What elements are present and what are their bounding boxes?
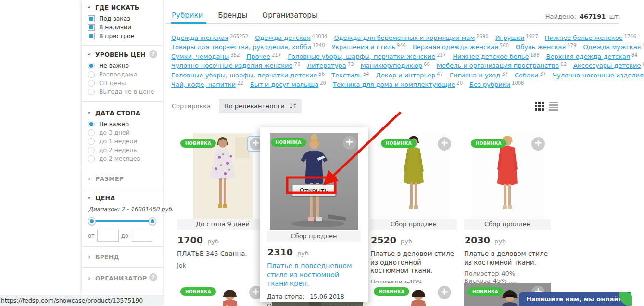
help-icon[interactable]: ? [149,273,157,281]
radio-option[interactable]: Не важно [88,120,156,128]
help-icon[interactable]: ? [149,50,157,58]
filter-section-organizer: › ОРГАНИЗАТОР ? [82,268,163,289]
radio-option[interactable]: Не важно [88,62,156,70]
category-link[interactable]: Чай, кофе, напитки22 [171,81,243,88]
filter-section-header[interactable]: › ДАТА СТОПА [88,108,156,117]
chat-widget[interactable]: Напишите нам, мы онлайн! [519,292,631,306]
category-link[interactable]: Без рубрики1008 [469,81,524,88]
category-link[interactable]: Одежда мужская462 [583,43,644,51]
category-label: Одежда детская [255,34,310,41]
category-label: Одежда мужская [583,43,641,51]
add-to-cart-button[interactable]: + [343,136,356,150]
category-link[interactable]: Сумки, чемоданы352 [171,53,240,60]
category-label: Мебель и организация пространства [437,62,559,69]
add-to-cart-button[interactable]: + [438,137,451,151]
radio-icon [88,89,95,95]
category-link[interactable]: Аксессуары детские62 [573,62,644,69]
slider-handle-min[interactable] [88,217,96,225]
product-photo: НОВИНКА + [177,133,268,219]
product-name[interactable]: Платье в деловом стиле из однотонной кос… [370,250,457,275]
sort-select[interactable]: По релевантности ↓↑ [219,99,302,113]
slider-handle-max[interactable] [149,217,156,225]
product-name[interactable]: Платье в деловом стиле из костюмной ткан… [464,250,551,267]
filter-section-header[interactable]: › ГДЕ ИСКАТЬ [88,2,156,12]
category-link[interactable]: Украшения и стиль946 [331,43,406,51]
organizer-value[interactable]: платоша777 [316,302,355,306]
list-view-icon[interactable] [549,102,558,111]
category-link[interactable]: Одежда детская43034 [255,34,327,41]
category-link[interactable]: Игрушки1927 [495,34,538,41]
product-card-partial[interactable]: НОВИНКА+ [370,283,457,306]
category-link[interactable]: Собаки37 [515,72,546,79]
category-link[interactable]: Верхняя одежда детская84 [546,53,638,60]
product-name[interactable]: ПЛАТЬЕ 345 Сванна. [177,250,268,258]
radio-option[interactable]: Распродажа [88,70,156,79]
filter-section-header[interactable]: › БРЕНД [88,252,156,262]
open-product-button[interactable]: Открыть [292,184,336,196]
category-count: 352 [230,52,240,58]
filter-section-header[interactable]: › РАЗМЕР [88,174,156,183]
add-to-cart-button[interactable]: + [438,286,451,299]
product-name-link[interactable]: Платье в повседневном стиле из костюмной… [267,261,361,288]
category-link[interactable]: Головные уборы, шарфы, перчатки женские2… [288,53,446,60]
category-link[interactable]: Одежда женская265252 [171,34,248,41]
category-label: Верхняя одежда детская [546,53,630,60]
radio-option[interactable]: Выгода не в цене [88,88,156,96]
category-link[interactable]: Чулочно-носочные изделия женские76 [171,62,300,69]
category-link[interactable]: Товары для творчества, рукоделия, хобби1… [171,43,325,51]
checkbox-option[interactable]: В наличии [88,23,156,32]
filter-section-header[interactable]: › ОРГАНИЗАТОР [88,273,156,283]
results-count: Найдено: 467191 шт. [545,13,620,20]
tab-brands[interactable]: Бренды [218,11,247,20]
product-card-partial[interactable]: НОВИНКА+ [177,283,268,306]
category-row: Чулочно-носочные изделия женские76Литера… [171,61,626,70]
price-value: 1700 [177,235,203,245]
tab-rubrics[interactable]: Рубрики [172,11,203,20]
price-to-input[interactable] [131,230,152,242]
category-link[interactable]: Одежда для беременных и кормящих мам2690 [334,34,488,41]
product-price: 1700 руб [177,235,268,245]
section-title: ОРГАНИЗАТОР [95,275,147,282]
category-link[interactable]: Головные уборы, шарфы, перчатки детские5… [171,72,325,79]
category-count: 1746 [624,34,636,39]
category-link[interactable]: Быт и досуг малыша20 [250,81,326,88]
product-card[interactable]: НОВИНКА + Сбор продлен 2520 руб Платье в… [370,133,457,293]
price-from-input[interactable] [97,230,119,242]
category-link[interactable]: Декор и интерьер47 [376,72,443,79]
category-link[interactable]: Верхняя одежда женская560 [413,43,509,51]
category-link[interactable]: Нижнее белье женское1746 [545,34,636,41]
radio-option[interactable]: до 2 месяцев [88,154,156,163]
product-card[interactable]: НОВИНКА + До стопа 9 дней 1700 руб ПЛАТЬ… [177,133,268,269]
category-count: 84 [631,52,638,58]
category-row: Чай, кофе, напитки22Быт и досуг малыша20… [171,79,626,89]
category-link[interactable]: Нижнее детское бельё188 [453,53,539,60]
category-label: Одежда женская [171,34,228,41]
filter-section-header[interactable]: › ЦЕНА [88,193,156,203]
category-link[interactable]: Текстиль54 [331,72,369,79]
filter-section-header[interactable]: › УРОВЕНЬ ЦЕН [88,50,156,59]
radio-option[interactable]: до 2 недель [88,146,156,154]
checkbox-option[interactable]: Под заказ [88,14,156,23]
grid-view-icon[interactable] [535,102,544,111]
category-link[interactable]: Обувь женская479 [516,43,577,51]
radio-option[interactable]: до 1 недели [88,137,156,146]
product-popup-card[interactable]: НОВИНКА + Открыть Сбор продлен 2310 руб … [260,128,368,302]
category-link[interactable]: Литература73 [307,62,354,69]
category-link[interactable]: Прочее217 [246,53,281,60]
price-value: 2030 [465,235,490,245]
category-link[interactable]: Гигиена и уход37 [450,72,508,79]
radio-option[interactable]: до 3 дней [88,128,156,137]
tab-organizers[interactable]: Организаторы [262,11,317,20]
add-to-cart-button[interactable]: + [531,137,545,151]
category-link[interactable]: Техника для дома и комплектующие20 [333,81,463,88]
checkbox-option[interactable]: В пристрое [88,32,156,40]
category-count: 20 [320,80,326,86]
category-link[interactable]: Маникюр/педикюр66 [361,62,430,69]
category-link[interactable]: Чулочно-носочные изделия24 [553,72,644,79]
radio-option[interactable]: СП цены [88,79,156,88]
radio-icon [88,63,95,69]
category-link[interactable]: Мебель и организация пространства62 [437,62,567,69]
product-card[interactable]: НОВИНКА + Сбор продлен 2030 руб Платье в… [464,133,551,284]
category-label: Текстиль [331,72,362,79]
option-label: Не важно [99,121,129,128]
